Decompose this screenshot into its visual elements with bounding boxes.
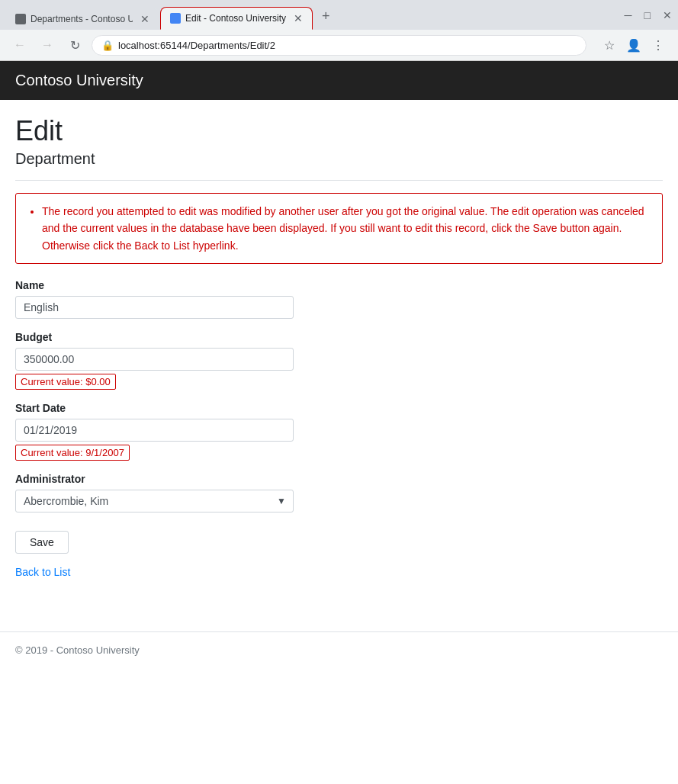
save-button[interactable]: Save — [15, 531, 69, 554]
lock-icon: 🔒 — [101, 40, 114, 51]
budget-field-group: Budget Current value: $0.00 — [15, 331, 663, 390]
close-button[interactable]: ✕ — [663, 9, 672, 21]
start-date-label: Start Date — [15, 402, 663, 414]
administrator-label: Administrator — [15, 473, 663, 485]
site-title: Contoso University — [15, 72, 143, 89]
new-tab-button[interactable]: + — [314, 3, 338, 30]
address-bar: ← → ↻ 🔒 localhost:65144/Departments/Edit… — [0, 30, 678, 60]
administrator-select[interactable]: Abercrombie, Kim Fakhouri, Fadi Harui, R… — [15, 490, 294, 512]
footer-text: © 2019 - Contoso University — [15, 644, 140, 656]
start-date-field-group: Start Date Current value: 9/1/2007 — [15, 402, 663, 461]
site-footer: © 2019 - Contoso University — [0, 631, 678, 668]
page-title: Edit — [15, 115, 663, 147]
page-subheading: Department — [15, 150, 663, 168]
budget-label: Budget — [15, 331, 663, 343]
browser-chrome: Departments - Contoso Universi... ✕ Edit… — [0, 0, 678, 61]
url-bar[interactable]: 🔒 localhost:65144/Departments/Edit/2 — [92, 35, 586, 56]
reload-button[interactable]: ↻ — [64, 34, 85, 56]
site-header: Contoso University — [0, 61, 678, 100]
start-date-input[interactable] — [15, 419, 294, 442]
tab1-close-icon[interactable]: ✕ — [140, 14, 149, 24]
administrator-field-group: Administrator Abercrombie, Kim Fakhouri,… — [15, 473, 663, 512]
budget-current-value: Current value: $0.00 — [15, 374, 116, 390]
url-text: localhost:65144/Departments/Edit/2 — [118, 40, 275, 51]
minimize-button[interactable]: ─ — [625, 9, 632, 21]
error-box: The record you attempted to edit was mod… — [15, 193, 663, 264]
tab2-icon — [170, 13, 181, 24]
tab2-label: Edit - Contoso University — [185, 13, 286, 24]
edit-form: Name Budget Current value: $0.00 Start D… — [15, 279, 663, 578]
budget-input[interactable] — [15, 348, 294, 371]
account-button[interactable]: 👤 — [623, 34, 644, 56]
administrator-select-wrapper: Abercrombie, Kim Fakhouri, Fadi Harui, R… — [15, 490, 294, 512]
tab2-close-icon[interactable]: ✕ — [294, 13, 303, 24]
name-label: Name — [15, 279, 663, 291]
divider — [15, 180, 663, 181]
forward-button[interactable]: → — [37, 34, 58, 56]
browser-tab-2[interactable]: Edit - Contoso University ✕ — [160, 7, 313, 30]
tab1-label: Departments - Contoso Universi... — [31, 14, 133, 24]
main-content: Edit Department The record you attempted… — [0, 100, 678, 601]
name-field-group: Name — [15, 279, 663, 319]
back-button[interactable]: ← — [9, 34, 31, 56]
start-date-current-value: Current value: 9/1/2007 — [15, 445, 130, 461]
name-input[interactable] — [15, 296, 294, 319]
bookmark-button[interactable]: ☆ — [599, 34, 620, 56]
menu-button[interactable]: ⋮ — [647, 34, 669, 56]
tab1-icon — [15, 14, 26, 24]
browser-tab-1[interactable]: Departments - Contoso Universi... ✕ — [6, 8, 159, 30]
back-to-list-link[interactable]: Back to List — [15, 566, 70, 578]
error-message: The record you attempted to edit was mod… — [42, 203, 650, 254]
maximize-button[interactable]: □ — [644, 9, 651, 21]
